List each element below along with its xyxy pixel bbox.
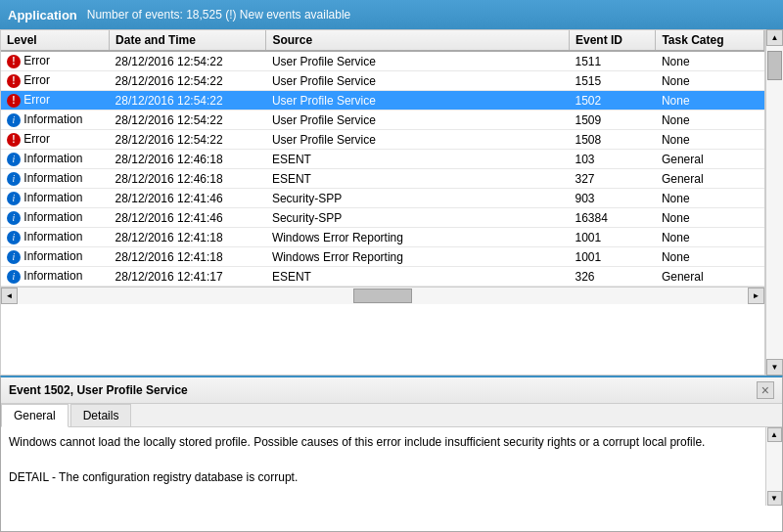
cell-eventid: 1001 xyxy=(569,228,655,247)
hscroll-track[interactable] xyxy=(18,288,748,304)
col-source[interactable]: Source xyxy=(266,30,570,51)
cell-source: User Profile Service xyxy=(266,91,570,111)
event-table: Level Date and Time Source Event ID Task… xyxy=(1,30,764,287)
info-icon: i xyxy=(7,211,21,225)
cell-taskcategory: None xyxy=(656,130,764,150)
info-icon: i xyxy=(7,153,21,166)
cell-level: ! Error xyxy=(1,130,110,150)
table-row[interactable]: i Information28/12/2016 12:46:18ESENT103… xyxy=(1,150,764,169)
cell-eventid: 1515 xyxy=(569,71,655,91)
cell-eventid: 1509 xyxy=(569,111,655,130)
table-row[interactable]: i Information28/12/2016 12:41:18Windows … xyxy=(1,228,764,247)
app-title: Application xyxy=(8,8,77,22)
table-row[interactable]: ! Error28/12/2016 12:54:22User Profile S… xyxy=(1,51,764,71)
cell-source: ESENT xyxy=(266,150,570,169)
cell-level: i Information xyxy=(1,111,110,130)
cell-taskcategory: General xyxy=(656,150,764,169)
cell-taskcategory: None xyxy=(656,111,764,130)
table-row[interactable]: i Information28/12/2016 12:41:17ESENT326… xyxy=(1,267,764,287)
cell-taskcategory: None xyxy=(656,228,764,247)
cell-eventid: 16384 xyxy=(569,208,655,228)
event-table-wrapper[interactable]: Level Date and Time Source Event ID Task… xyxy=(1,30,764,287)
detail-tab-details[interactable]: Details xyxy=(70,404,132,426)
cell-level: i Information xyxy=(1,247,110,267)
cell-taskcategory: General xyxy=(656,169,764,189)
vertical-scrollbar[interactable]: ▲ ▼ xyxy=(765,29,783,376)
table-row[interactable]: ! Error28/12/2016 12:54:22User Profile S… xyxy=(1,71,764,91)
detail-tabs: GeneralDetails xyxy=(1,404,782,427)
cell-datetime: 28/12/2016 12:54:22 xyxy=(110,51,266,71)
event-count: Number of events: 18,525 (!) New events … xyxy=(87,8,350,22)
detail-scroll-up[interactable]: ▲ xyxy=(767,427,782,442)
cell-taskcategory: General xyxy=(656,267,764,287)
col-taskcategory[interactable]: Task Categ xyxy=(656,30,764,51)
cell-taskcategory: None xyxy=(656,91,764,111)
cell-taskcategory: None xyxy=(656,208,764,228)
cell-eventid: 326 xyxy=(569,267,655,287)
table-row[interactable]: i Information28/12/2016 12:41:18Windows … xyxy=(1,247,764,267)
detail-pane: Event 1502, User Profile Service × Gener… xyxy=(0,376,783,532)
detail-scroll-down[interactable]: ▼ xyxy=(767,491,782,506)
cell-source: ESENT xyxy=(266,267,570,287)
cell-eventid: 903 xyxy=(569,189,655,208)
info-icon: i xyxy=(7,113,21,127)
scroll-thumb[interactable] xyxy=(767,51,782,80)
cell-datetime: 28/12/2016 12:54:22 xyxy=(110,71,266,91)
cell-source: User Profile Service xyxy=(266,51,570,71)
cell-eventid: 1502 xyxy=(569,91,655,111)
detail-scrollbar[interactable]: ▲ ▼ xyxy=(765,427,782,506)
top-bar: Application Number of events: 18,525 (!)… xyxy=(0,0,783,29)
scroll-down-btn[interactable]: ▼ xyxy=(766,359,783,376)
table-row[interactable]: ! Error28/12/2016 12:54:22User Profile S… xyxy=(1,130,764,150)
table-row[interactable]: ! Error28/12/2016 12:54:22User Profile S… xyxy=(1,91,764,111)
cell-datetime: 28/12/2016 12:41:46 xyxy=(110,189,266,208)
cell-source: ESENT xyxy=(266,169,570,189)
table-row[interactable]: i Information28/12/2016 12:41:46Security… xyxy=(1,208,764,228)
hscroll-right-btn[interactable]: ► xyxy=(748,288,764,304)
table-row[interactable]: i Information28/12/2016 12:54:22User Pro… xyxy=(1,111,764,130)
detail-close-btn[interactable]: × xyxy=(757,381,774,399)
cell-level: i Information xyxy=(1,150,110,169)
info-icon: i xyxy=(7,192,21,205)
error-icon: ! xyxy=(7,94,21,108)
detail-paragraph: Windows cannot load the locally stored p… xyxy=(9,433,774,486)
cell-source: User Profile Service xyxy=(266,71,570,91)
cell-source: Security-SPP xyxy=(266,189,570,208)
detail-tab-general[interactable]: General xyxy=(1,404,69,427)
cell-eventid: 1001 xyxy=(569,247,655,267)
info-icon: i xyxy=(7,172,21,186)
cell-datetime: 28/12/2016 12:54:22 xyxy=(110,130,266,150)
detail-header: Event 1502, User Profile Service × xyxy=(1,377,782,404)
col-eventid[interactable]: Event ID xyxy=(569,30,655,51)
cell-datetime: 28/12/2016 12:46:18 xyxy=(110,169,266,189)
cell-datetime: 28/12/2016 12:46:18 xyxy=(110,150,266,169)
cell-level: i Information xyxy=(1,189,110,208)
scroll-track[interactable] xyxy=(766,46,783,359)
cell-eventid: 327 xyxy=(569,169,655,189)
app-window: Application Number of events: 18,525 (!)… xyxy=(0,0,783,532)
table-row[interactable]: i Information28/12/2016 12:41:46Security… xyxy=(1,189,764,208)
detail-text: Windows cannot load the locally stored p… xyxy=(9,433,774,500)
cell-datetime: 28/12/2016 12:41:17 xyxy=(110,267,266,287)
cell-level: i Information xyxy=(1,228,110,247)
cell-level: i Information xyxy=(1,208,110,228)
hscroll-left-btn[interactable]: ◄ xyxy=(1,288,18,304)
cell-datetime: 28/12/2016 12:54:22 xyxy=(110,111,266,130)
cell-source: User Profile Service xyxy=(266,130,570,150)
info-icon: i xyxy=(7,270,21,284)
error-icon: ! xyxy=(7,133,21,147)
scroll-up-btn[interactable]: ▲ xyxy=(766,29,783,46)
hscroll-thumb[interactable] xyxy=(353,288,412,303)
cell-level: ! Error xyxy=(1,91,110,111)
cell-eventid: 1511 xyxy=(569,51,655,71)
cell-source: Windows Error Reporting xyxy=(266,247,570,267)
cell-level: i Information xyxy=(1,267,110,287)
col-datetime[interactable]: Date and Time xyxy=(110,30,266,51)
horizontal-scrollbar[interactable]: ◄ ► xyxy=(1,287,764,304)
table-row[interactable]: i Information28/12/2016 12:46:18ESENT327… xyxy=(1,169,764,189)
cell-taskcategory: None xyxy=(656,189,764,208)
col-level[interactable]: Level xyxy=(1,30,110,51)
cell-taskcategory: None xyxy=(656,71,764,91)
detail-content: Windows cannot load the locally stored p… xyxy=(1,427,782,506)
error-icon: ! xyxy=(7,74,21,88)
